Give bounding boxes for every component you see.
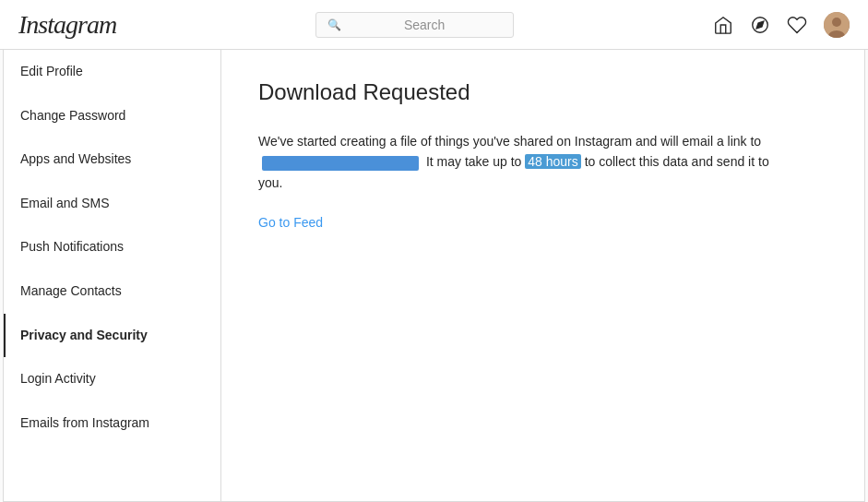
redacted-email: [262, 156, 419, 171]
explore-icon[interactable]: [750, 15, 770, 35]
go-to-feed-link[interactable]: Go to Feed: [258, 215, 827, 230]
sidebar-item-edit-profile[interactable]: Edit Profile: [4, 50, 220, 94]
search-bar[interactable]: 🔍: [315, 12, 514, 38]
header: Instagram 🔍: [0, 0, 868, 50]
sidebar-item-change-password[interactable]: Change Password: [4, 94, 220, 138]
sidebar: Edit Profile Change Password Apps and We…: [4, 50, 221, 501]
sidebar-item-privacy-and-security[interactable]: Privacy and Security: [4, 314, 220, 358]
description-part1: We've started creating a file of things …: [258, 134, 761, 149]
sidebar-item-apps-and-websites[interactable]: Apps and Websites: [4, 137, 220, 182]
sidebar-item-login-activity[interactable]: Login Activity: [4, 357, 220, 401]
page-wrap: Edit Profile Change Password Apps and We…: [3, 50, 865, 502]
svg-point-3: [832, 18, 841, 27]
avatar[interactable]: [824, 12, 850, 38]
heart-icon[interactable]: [787, 15, 807, 35]
search-input[interactable]: [347, 18, 502, 32]
svg-marker-1: [756, 21, 764, 29]
main-content: Download Requested We've started creatin…: [221, 50, 864, 501]
search-icon: 🔍: [327, 18, 341, 31]
sidebar-item-email-and-sms[interactable]: Email and SMS: [4, 182, 220, 226]
header-icons: [713, 12, 850, 38]
sidebar-item-emails-from-instagram[interactable]: Emails from Instagram: [4, 401, 220, 446]
description-prefix2: It may take up to: [426, 154, 522, 169]
content-description: We've started creating a file of things …: [258, 131, 775, 193]
hours-highlight: 48 hours: [525, 154, 580, 169]
home-icon[interactable]: [713, 15, 733, 35]
page-title: Download Requested: [258, 79, 827, 105]
sidebar-item-manage-contacts[interactable]: Manage Contacts: [4, 269, 220, 314]
sidebar-item-push-notifications[interactable]: Push Notifications: [4, 225, 220, 269]
instagram-logo[interactable]: Instagram: [18, 10, 116, 40]
